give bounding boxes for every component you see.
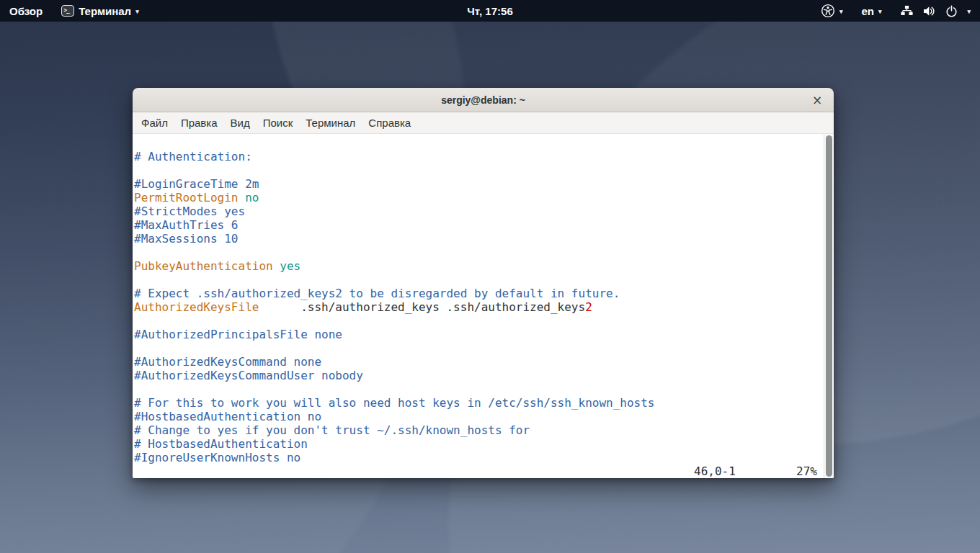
terminal-line: AuthorizedKeysFile .ssh/authorized_keys … xyxy=(134,300,822,314)
terminal-line: #IgnoreUserKnownHosts no xyxy=(134,451,822,464)
keyboard-layout-label: en xyxy=(861,5,874,17)
terminal-line: # HostbasedAuthentication xyxy=(134,437,822,451)
menu-file[interactable]: Файл xyxy=(135,117,174,129)
chevron-down-icon: ▾ xyxy=(878,9,882,15)
terminal-line: PubkeyAuthentication yes xyxy=(134,259,822,273)
scrollbar-thumb[interactable] xyxy=(826,135,832,477)
window-title: sergiy@debian: ~ xyxy=(441,94,525,106)
top-bar: Обзор >_ Терминал ▾ Чт, 17:56 ▾ xyxy=(0,0,980,22)
chevron-down-icon: ▾ xyxy=(967,9,971,15)
system-menu-button[interactable]: ▾ xyxy=(891,0,980,22)
menu-bar: Файл Правка Вид Поиск Терминал Справка xyxy=(133,112,834,134)
clock-button[interactable]: Чт, 17:56 xyxy=(458,0,522,22)
terminal-line: #AuthorizedKeysCommandUser nobody xyxy=(134,369,822,382)
terminal-line: #StrictModes yes xyxy=(134,204,822,218)
wired-network-icon xyxy=(900,4,914,18)
terminal-line: #AuthorizedPrincipalsFile none xyxy=(134,328,822,341)
terminal-line xyxy=(134,163,822,177)
terminal-line: #MaxAuthTries 6 xyxy=(134,218,822,232)
terminal-lines: # Authentication:#LoginGraceTime 2mPermi… xyxy=(134,150,822,464)
close-button[interactable]: × xyxy=(808,91,827,109)
terminal-line: # Authentication: xyxy=(134,150,822,163)
keyboard-layout-button[interactable]: en ▾ xyxy=(852,0,891,22)
terminal-line xyxy=(134,273,822,287)
power-icon xyxy=(945,4,958,18)
terminal-line: #HostbasedAuthentication no xyxy=(134,410,822,423)
window-titlebar[interactable]: sergiy@debian: ~ × xyxy=(133,88,834,112)
terminal-line: PermitRootLogin no xyxy=(134,191,822,204)
top-bar-left: Обзор >_ Терминал ▾ xyxy=(0,0,148,22)
terminal-line xyxy=(134,246,822,259)
terminal-window: sergiy@debian: ~ × Файл Правка Вид Поиск… xyxy=(133,88,834,478)
terminal-content[interactable]: # Authentication:#LoginGraceTime 2mPermi… xyxy=(133,134,834,478)
terminal-line: #LoginGraceTime 2m xyxy=(134,177,822,191)
menu-search[interactable]: Поиск xyxy=(257,117,300,129)
app-menu-label: Терминал xyxy=(79,5,131,17)
chevron-down-icon: ▾ xyxy=(839,9,843,15)
activities-button[interactable]: Обзор xyxy=(0,0,52,22)
desktop: Обзор >_ Терминал ▾ Чт, 17:56 ▾ xyxy=(0,0,980,553)
terminal-line: # Change to yes if you don't trust ~/.ss… xyxy=(134,423,822,437)
terminal-prompt-glyph: >_ xyxy=(62,6,69,14)
menu-help[interactable]: Справка xyxy=(362,117,417,129)
accessibility-icon xyxy=(821,4,835,18)
vim-ruler: 46,0-1 xyxy=(694,464,736,478)
terminal-app-icon: >_ xyxy=(61,5,74,17)
menu-view[interactable]: Вид xyxy=(224,117,257,129)
terminal-line xyxy=(134,314,822,328)
vim-status-row: 46,0-1 27% xyxy=(134,464,822,478)
terminal-line xyxy=(134,382,822,396)
terminal-line xyxy=(134,341,822,355)
app-menu-button[interactable]: >_ Терминал ▾ xyxy=(52,0,148,22)
vim-scroll-percent: 27% xyxy=(796,464,817,478)
terminal-line: # For this to work you will also need ho… xyxy=(134,396,822,410)
accessibility-menu-button[interactable]: ▾ xyxy=(811,0,852,22)
terminal-line: #MaxSessions 10 xyxy=(134,232,822,246)
menu-edit[interactable]: Правка xyxy=(174,117,224,129)
chevron-down-icon: ▾ xyxy=(135,9,139,15)
top-bar-right: ▾ en ▾ xyxy=(811,0,980,22)
terminal-line: # Expect .ssh/authorized_keys2 to be dis… xyxy=(134,287,822,300)
terminal-line: #AuthorizedKeysCommand none xyxy=(134,355,822,369)
scrollbar-track[interactable] xyxy=(824,134,834,478)
volume-icon xyxy=(922,4,936,18)
menu-terminal[interactable]: Терминал xyxy=(299,117,362,129)
